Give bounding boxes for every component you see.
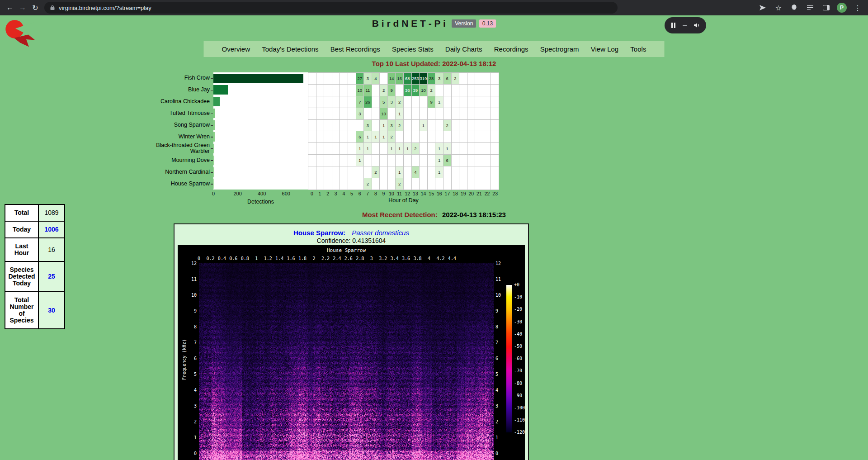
confidence-line: Confidence: 0.41351604 bbox=[175, 237, 528, 244]
menu-kebab-button[interactable]: ⋮ bbox=[853, 3, 863, 13]
reading-list-icon[interactable] bbox=[805, 3, 815, 13]
nav-item-view-log[interactable]: View Log bbox=[591, 45, 618, 53]
reload-button[interactable]: ↻ bbox=[29, 1, 42, 14]
heatmap-cell: 10 bbox=[356, 85, 364, 96]
stat-value[interactable]: 30 bbox=[38, 292, 65, 329]
stat-label: Last Hour bbox=[5, 238, 38, 261]
species-label: Black-throated Green Warbler bbox=[153, 142, 210, 154]
forward-button[interactable]: → bbox=[16, 1, 29, 14]
hour-axis-tick: 7 bbox=[366, 191, 369, 196]
heatmap-cell bbox=[483, 73, 491, 85]
heatmap-cell bbox=[356, 120, 364, 132]
heatmap-cell bbox=[316, 131, 325, 143]
heatmap-cell bbox=[388, 166, 396, 178]
hour-axis-tick: 8 bbox=[374, 191, 377, 196]
heatmap-cell bbox=[348, 96, 356, 108]
nav-item-tools[interactable]: Tools bbox=[630, 45, 646, 53]
pause-button[interactable] bbox=[670, 23, 676, 28]
species-label: Carolina Chickadee bbox=[153, 96, 210, 108]
stat-label: Today bbox=[5, 221, 38, 238]
nav-item-species-stats[interactable]: Species Stats bbox=[392, 45, 434, 53]
heatmap-cell: 3 bbox=[388, 120, 396, 132]
heatmap-cell bbox=[340, 73, 348, 85]
spectrogram-y-tick-left: 2 bbox=[178, 419, 197, 424]
confidence-label: Confidence: bbox=[317, 237, 351, 244]
heatmap-cell bbox=[308, 108, 316, 120]
detection-species-link[interactable]: House Sparrow: bbox=[293, 229, 345, 237]
bookmark-star-button[interactable]: ☆ bbox=[774, 3, 783, 13]
heatmap-cell bbox=[332, 178, 340, 190]
nav-item-best-recordings[interactable]: Best Recordings bbox=[330, 45, 380, 53]
heatmap-cell bbox=[467, 120, 476, 132]
hour-axis-tick: 23 bbox=[492, 191, 498, 196]
spectrogram-y-tick-left: 4 bbox=[178, 388, 197, 393]
hour-axis-tick: 2 bbox=[326, 191, 329, 196]
detection-count-bar bbox=[213, 156, 214, 165]
address-bar[interactable]: virginia.birdnetpi.com/?stream=play bbox=[44, 2, 618, 14]
top10-heading: Top 10 Last Updated: 2022-04-13 18:12 bbox=[0, 60, 868, 67]
heatmap-cell: 2 bbox=[443, 120, 452, 132]
heatmap-cell bbox=[356, 178, 364, 190]
heatmap-cell bbox=[372, 85, 380, 96]
table-row: Last Hour16 bbox=[5, 238, 65, 261]
stat-value[interactable]: 1006 bbox=[38, 221, 65, 238]
heatmap-cell bbox=[483, 131, 491, 143]
heatmap-cell bbox=[435, 108, 443, 120]
spectrogram-x-tick: 0 bbox=[198, 256, 200, 261]
heatmap-cell bbox=[324, 178, 332, 190]
spectrogram-x-tick: 2.4 bbox=[333, 256, 341, 261]
detection-scientific-name[interactable]: Passer domesticus bbox=[352, 229, 409, 237]
hour-axis-tick: 21 bbox=[476, 191, 482, 196]
nav-item-today-s-detections[interactable]: Today's Detections bbox=[262, 45, 318, 53]
species-label: Fish Crow bbox=[153, 72, 210, 84]
extensions-puzzle-button[interactable] bbox=[789, 3, 799, 13]
heatmap-cell bbox=[475, 166, 483, 178]
heatmap-cell: 6 bbox=[356, 131, 364, 143]
heatmap-cell bbox=[491, 143, 499, 155]
heatmap-cell: 1 bbox=[364, 143, 372, 155]
spectrogram-y-tick-right: 0 bbox=[495, 451, 498, 456]
stat-value[interactable]: 25 bbox=[38, 261, 65, 292]
heatmap-cell bbox=[332, 73, 340, 85]
volume-icon[interactable] bbox=[693, 22, 700, 29]
heatmap-cell bbox=[443, 108, 452, 120]
heatmap-cell: 1 bbox=[380, 131, 388, 143]
heatmap-cell bbox=[388, 155, 396, 166]
hour-axis-tick: 14 bbox=[421, 191, 426, 196]
heatmap-cell bbox=[467, 178, 476, 190]
nav-item-daily-charts[interactable]: Daily Charts bbox=[445, 45, 482, 53]
heatmap-cell bbox=[475, 131, 483, 143]
heatmap-cell bbox=[420, 108, 428, 120]
heatmap-cell bbox=[308, 120, 316, 132]
send-icon[interactable] bbox=[758, 3, 768, 13]
heatmap-cell bbox=[332, 143, 340, 155]
hour-axis-tick: 22 bbox=[485, 191, 490, 196]
heatmap-cell bbox=[483, 108, 491, 120]
heatmap-cell bbox=[491, 73, 499, 85]
heatmap-cell bbox=[491, 120, 499, 132]
nav-item-overview[interactable]: Overview bbox=[222, 45, 250, 53]
nav-item-spectrogram[interactable]: Spectrogram bbox=[540, 45, 579, 53]
profile-avatar[interactable]: P bbox=[837, 3, 847, 13]
spectrogram-x-tick: 4 bbox=[428, 256, 430, 261]
heatmap-cell bbox=[332, 166, 340, 178]
heatmap-cell bbox=[324, 108, 332, 120]
heatmap-cell bbox=[372, 120, 380, 132]
heatmap-cell bbox=[459, 155, 467, 166]
heatmap-cell: 9 bbox=[428, 96, 436, 108]
audio-player[interactable] bbox=[665, 17, 706, 33]
back-button[interactable]: ← bbox=[4, 1, 16, 14]
side-panel-button[interactable] bbox=[821, 3, 831, 13]
spectrogram-x-tick: 3.4 bbox=[391, 256, 399, 261]
heatmap-cell bbox=[467, 155, 476, 166]
stats-table: Total1089Today1006Last Hour16Species Det… bbox=[5, 204, 65, 329]
spectrogram-canvas bbox=[199, 263, 494, 460]
heatmap-cell bbox=[428, 155, 436, 166]
heatmap-cell: 36 bbox=[404, 85, 412, 96]
detection-count-bar bbox=[213, 132, 215, 142]
heatmap-cell: 1 bbox=[435, 143, 443, 155]
bar-axis-tick: 0 bbox=[212, 191, 215, 196]
nav-item-recordings[interactable]: Recordings bbox=[494, 45, 528, 53]
heatmap-cell bbox=[435, 178, 443, 190]
spectrogram-x-tick: 3 bbox=[370, 256, 373, 261]
